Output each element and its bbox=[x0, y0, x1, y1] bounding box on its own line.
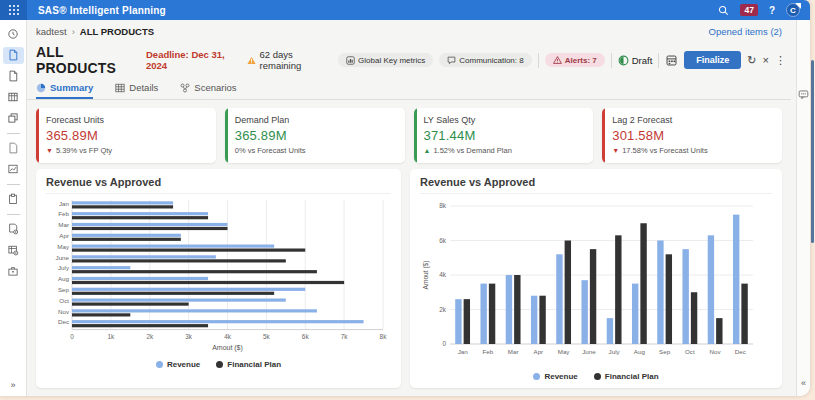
svg-text:May: May bbox=[57, 243, 70, 250]
kpi-demand-plan[interactable]: Demand Plan 365.89M 0% vs Forecast Units bbox=[225, 108, 405, 163]
chart-icon bbox=[7, 161, 19, 179]
sidebar-item-doc-settings[interactable] bbox=[3, 221, 24, 238]
left-sidebar: » bbox=[0, 20, 27, 396]
page-header: ALL PRODUCTS Deadline: Dec 31, 2024 62 d… bbox=[27, 41, 791, 81]
sidebar-item-tasks[interactable] bbox=[3, 191, 24, 208]
svg-text:0: 0 bbox=[442, 340, 446, 347]
breadcrumb: kadtest › ALL PRODUCTS Opened items (2) bbox=[27, 20, 791, 41]
svg-text:Dec: Dec bbox=[735, 348, 746, 355]
legend-item: Revenue bbox=[533, 372, 577, 381]
svg-text:Dec: Dec bbox=[58, 318, 69, 325]
down-triangle-icon: ▼ bbox=[46, 147, 53, 154]
notification-badge[interactable]: 47 bbox=[740, 4, 757, 16]
sidebar-item-table-settings[interactable] bbox=[3, 242, 24, 259]
user-avatar[interactable]: C bbox=[786, 3, 800, 17]
more-options-icon[interactable]: ⋮ bbox=[775, 54, 786, 67]
sidebar-divider bbox=[7, 133, 20, 134]
svg-text:4k: 4k bbox=[439, 271, 447, 278]
kpi-ly-sales-qty[interactable]: LY Sales Qty 371.44M ▲1.52% vs Demand Pl… bbox=[414, 108, 594, 163]
header-toolbar: Global Key metrics Communication: 8 Aler… bbox=[338, 51, 786, 69]
summary-pie-icon bbox=[36, 83, 46, 93]
calendar-grid-button[interactable] bbox=[665, 54, 678, 67]
briefcase-icon bbox=[7, 263, 19, 281]
svg-text:May: May bbox=[558, 348, 571, 355]
kpi-forecast-units[interactable]: Forecast Units 365.89M ▼5.39% vs FP Qty bbox=[36, 108, 216, 163]
legend-item: Revenue bbox=[156, 360, 200, 369]
svg-text:Sep: Sep bbox=[58, 286, 70, 293]
page-title: ALL PRODUCTS bbox=[36, 44, 138, 76]
app-window: SAS® Intelligent Planning 47 ? C bbox=[0, 0, 810, 396]
grid-icon bbox=[9, 1, 19, 19]
svg-text:0: 0 bbox=[70, 333, 74, 340]
sidebar-item-reports[interactable] bbox=[3, 161, 24, 178]
tab-summary[interactable]: Summary bbox=[36, 82, 93, 99]
svg-text:6k: 6k bbox=[302, 333, 310, 340]
legend-item: Financial Plan bbox=[594, 372, 659, 381]
document-gear-icon bbox=[7, 221, 19, 239]
svg-text:Mar: Mar bbox=[58, 221, 69, 228]
horizontal-bar-chart: 01k2k3k4k5k6k7k8kJanFebMarAprMayJuneJuly… bbox=[46, 198, 391, 369]
page-scrollbar[interactable] bbox=[811, 60, 814, 243]
svg-text:Apr: Apr bbox=[59, 232, 69, 239]
sidebar-item-worksheets[interactable] bbox=[3, 89, 24, 106]
vertical-bar-chart: 02k4k6k8kAmout ($)JanFebMarAprMayJuneJul… bbox=[420, 198, 772, 381]
svg-text:July: July bbox=[609, 348, 621, 355]
close-icon[interactable]: × bbox=[763, 54, 769, 66]
tab-scenarios[interactable]: Scenarios bbox=[180, 82, 236, 99]
svg-text:5k: 5k bbox=[263, 333, 271, 340]
comments-panel-icon[interactable] bbox=[798, 86, 809, 104]
layers-icon bbox=[7, 110, 19, 128]
document-icon bbox=[7, 68, 19, 86]
sidebar-item-recents[interactable] bbox=[3, 26, 24, 43]
breadcrumb-parent[interactable]: kadtest bbox=[36, 26, 67, 37]
svg-text:Jan: Jan bbox=[59, 200, 70, 207]
search-icon[interactable] bbox=[718, 5, 729, 16]
svg-text:6k: 6k bbox=[439, 237, 447, 244]
svg-text:Amout ($): Amout ($) bbox=[212, 344, 243, 352]
legend-dot-icon bbox=[216, 361, 223, 368]
svg-text:Nov: Nov bbox=[710, 348, 722, 355]
svg-text:1k: 1k bbox=[108, 333, 116, 340]
sidebar-item-documents[interactable] bbox=[3, 68, 24, 85]
tab-bar: Summary Details Scenarios bbox=[27, 81, 791, 100]
svg-text:June: June bbox=[56, 254, 70, 261]
svg-text:Feb: Feb bbox=[483, 348, 494, 355]
alert-warning-icon bbox=[553, 56, 562, 64]
scenarios-flow-icon bbox=[180, 83, 190, 93]
sidebar-item-copies[interactable] bbox=[3, 110, 24, 127]
document-icon bbox=[7, 47, 19, 65]
chart-legend: RevenueFinancial Plan bbox=[420, 372, 772, 381]
sidebar-expand-button[interactable]: » bbox=[10, 380, 15, 390]
sidebar-item-plans-active[interactable] bbox=[3, 47, 24, 64]
blank-document-icon bbox=[7, 140, 19, 158]
legend-dot-icon bbox=[533, 373, 540, 380]
sidebar-item-new-doc[interactable] bbox=[3, 140, 24, 157]
finalize-button[interactable]: Finalize bbox=[684, 51, 741, 69]
up-triangle-icon: ▲ bbox=[424, 147, 431, 154]
toolbar-divider bbox=[658, 53, 659, 68]
svg-text:Nov: Nov bbox=[58, 308, 70, 315]
draft-status[interactable]: Draft bbox=[618, 55, 653, 66]
opened-items-link[interactable]: Opened items (2) bbox=[709, 26, 782, 37]
kpi-lag2-forecast[interactable]: Lag 2 Forecast 301.58M ▼17.58% vs Foreca… bbox=[602, 108, 782, 163]
refresh-icon[interactable]: ↻ bbox=[747, 54, 756, 67]
breadcrumb-separator: › bbox=[72, 26, 75, 37]
breadcrumb-current: ALL PRODUCTS bbox=[80, 26, 154, 37]
revenue-vs-approved-hbar-card: Revenue vs Approved 01k2k3k4k5k6k7k8kJan… bbox=[36, 169, 401, 388]
deadline-label: Deadline: Dec 31, 2024 bbox=[146, 49, 239, 71]
svg-text:Amout ($): Amout ($) bbox=[422, 261, 430, 290]
charts-section: Revenue vs Approved 01k2k3k4k5k6k7k8kJan… bbox=[36, 169, 782, 388]
sidebar-item-workbench[interactable] bbox=[3, 263, 24, 280]
global-key-metrics-button[interactable]: Global Key metrics bbox=[338, 53, 433, 67]
communication-button[interactable]: Communication: 8 bbox=[439, 53, 531, 67]
draft-status-icon bbox=[618, 55, 629, 66]
rail-collapse-button[interactable]: « bbox=[801, 378, 806, 388]
alerts-button[interactable]: Alerts: 7 bbox=[545, 53, 605, 67]
tab-details[interactable]: Details bbox=[115, 82, 158, 99]
svg-text:Oct: Oct bbox=[685, 348, 695, 355]
help-button[interactable]: ? bbox=[769, 5, 775, 16]
top-bar: SAS® Intelligent Planning 47 ? C bbox=[0, 0, 810, 20]
chart-title: Revenue vs Approved bbox=[46, 176, 391, 194]
svg-text:4k: 4k bbox=[224, 333, 232, 340]
app-launcher-button[interactable] bbox=[0, 0, 27, 20]
